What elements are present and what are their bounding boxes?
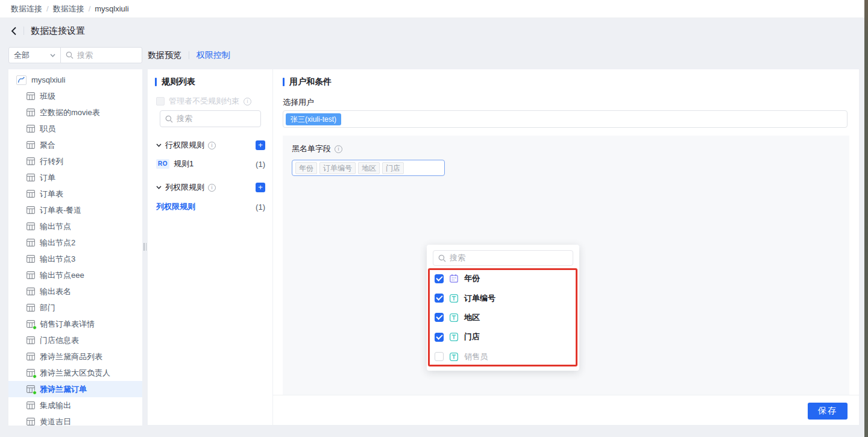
info-icon[interactable]: i [244, 98, 251, 105]
blacklist-field-tag[interactable]: 门店 [382, 162, 404, 174]
sidebar-table-item[interactable]: 空数据的movie表 [8, 104, 142, 121]
sidebar-table-label: 订单表 [40, 189, 63, 200]
field-option[interactable]: 订单编号 [427, 288, 579, 307]
field-option[interactable]: 门店 [427, 327, 579, 347]
page-header: 数据连接设置 [11, 25, 85, 37]
field-option[interactable]: 销售员 [427, 347, 579, 366]
sidebar-table-item[interactable]: 黄道吉日 [8, 413, 142, 426]
rule-count: (1) [256, 160, 265, 169]
rule-label: 规则1 [174, 159, 193, 169]
calendar-field-icon [449, 274, 459, 283]
field-option-label: 地区 [464, 312, 480, 323]
selected-user-tag[interactable]: 张三(xiuli-test) [286, 113, 341, 125]
tab-data-preview[interactable]: 数据预览 [148, 50, 181, 61]
breadcrumb-item[interactable]: 数据连接 [53, 4, 84, 14]
sidebar-table-item[interactable]: 输出节点2 [8, 234, 142, 251]
sidebar-table-item[interactable]: 部门 [8, 300, 142, 316]
blacklist-field-tag[interactable]: 订单编号 [319, 162, 356, 174]
table-list-sidebar: mysqlxiuli 班级 空数据的movie表 [8, 69, 142, 426]
sidebar-table-item[interactable]: 行转列 [8, 153, 142, 169]
blacklist-field-tag[interactable]: 年份 [295, 162, 317, 174]
field-checkbox[interactable] [435, 333, 444, 342]
field-checkbox[interactable] [435, 294, 444, 303]
sidebar-table-item[interactable]: 雅诗兰黛大区负责人 [8, 365, 142, 381]
field-checkbox[interactable] [435, 313, 444, 322]
table-icon [27, 353, 35, 360]
user-select-input[interactable]: 张三(xiuli-test) [283, 110, 848, 128]
back-button[interactable] [11, 27, 17, 36]
sidebar-table-label: 班级 [40, 91, 55, 102]
sidebar-table-item[interactable]: 订单表 [8, 186, 142, 202]
sidebar-item-connection[interactable]: mysqlxiuli [8, 72, 142, 88]
row-rule-item[interactable]: RO 规则1 (1) [156, 159, 265, 169]
table-icon [27, 141, 35, 149]
breadcrumb-separator: / [89, 4, 91, 13]
tab-permission-control[interactable]: 权限控制 [197, 50, 230, 61]
title-accent-bar [155, 78, 157, 86]
info-icon[interactable]: i [335, 145, 342, 153]
add-row-rule-button[interactable]: + [256, 140, 265, 150]
field-search-input[interactable]: 搜索 [433, 250, 573, 266]
table-icon [27, 190, 35, 198]
table-search-placeholder: 搜索 [77, 50, 93, 61]
table-search-input[interactable]: 搜索 [60, 47, 142, 63]
column-permission-section[interactable]: 列权限规则 i + [156, 182, 265, 193]
sidebar-table-item[interactable]: 输出节点 [8, 218, 142, 234]
column-divider [272, 69, 273, 425]
rules-list-title: 规则列表 [155, 77, 195, 87]
save-button[interactable]: 保存 [808, 403, 848, 420]
table-icon [27, 157, 35, 165]
blacklist-field-input[interactable]: 年份 订单编号 地区 门店 [292, 160, 445, 176]
text-field-icon [449, 313, 459, 322]
blacklist-field-tag[interactable]: 地区 [358, 162, 380, 174]
sidebar-resize-handle[interactable] [143, 243, 146, 251]
sidebar-table-label: 集成输出 [40, 400, 71, 411]
field-checkbox[interactable] [435, 274, 444, 283]
table-type-select[interactable]: 全部 [8, 47, 61, 63]
rules-list-title-text: 规则列表 [162, 77, 195, 87]
sidebar-table-item[interactable]: 订单 [8, 169, 142, 186]
sidebar-table-item[interactable]: 输出节点eee [8, 267, 142, 283]
row-permission-section[interactable]: 行权限规则 i + [156, 140, 265, 151]
sidebar-table-item[interactable]: 销售订单表详情 [8, 316, 142, 332]
sidebar-table-item[interactable]: 雅诗兰黛订单 [8, 381, 142, 397]
field-checkbox[interactable] [435, 352, 444, 361]
table-icon [27, 206, 35, 214]
breadcrumb-item[interactable]: 数据连接 [11, 4, 42, 14]
sidebar-table-item[interactable]: 输出节点3 [8, 251, 142, 267]
select-user-label: 选择用户 [283, 97, 314, 108]
breadcrumb: 数据连接 / 数据连接 / mysqlxiuli [0, 0, 864, 18]
text-field-icon [449, 332, 459, 342]
sidebar-table-item[interactable]: 雅诗兰黛商品列表 [8, 348, 142, 365]
field-select-dropdown: 搜索 年份 [427, 245, 579, 371]
blacklist-field-label-row: 黑名单字段 i [292, 143, 342, 154]
sidebar-table-item[interactable]: 集成输出 [8, 397, 142, 413]
sidebar-table-label: 空数据的movie表 [40, 107, 100, 118]
sidebar-table-label: 雅诗兰黛订单 [40, 384, 87, 395]
rules-search-input[interactable]: 搜索 [160, 110, 261, 127]
table-icon [27, 271, 35, 279]
footer-divider [273, 395, 859, 395]
field-option-label: 门店 [464, 332, 480, 342]
column-rule-item-selected[interactable]: 列权限规则 (1) [156, 201, 265, 212]
sidebar-table-label: 订单表-餐道 [40, 205, 81, 216]
field-option[interactable]: 年份 [427, 269, 579, 288]
add-column-rule-button[interactable]: + [256, 183, 265, 192]
sidebar-table-item[interactable]: 聚合 [8, 137, 142, 153]
chevron-left-icon [11, 27, 17, 36]
window-edge-scrollbar[interactable] [864, 0, 868, 437]
sidebar-table-item[interactable]: 订单表-餐道 [8, 202, 142, 218]
permission-main-panel: 规则列表 管理者不受规则约束 i 搜索 行权限规则 i + RO 规则1 (1)… [148, 69, 859, 425]
page-title: 数据连接设置 [31, 25, 85, 37]
table-icon [27, 418, 35, 426]
sidebar-table-item[interactable]: 门店信息表 [8, 332, 142, 348]
blacklist-field-label: 黑名单字段 [292, 143, 331, 154]
field-option[interactable]: 地区 [427, 308, 579, 327]
admin-exempt-checkbox[interactable] [156, 97, 165, 105]
sidebar-table-item[interactable]: 班级 [8, 88, 142, 104]
info-icon[interactable]: i [208, 142, 216, 149]
info-icon[interactable]: i [208, 184, 216, 192]
sidebar-table-label: 行转列 [40, 156, 63, 167]
sidebar-table-item[interactable]: 职员 [8, 121, 142, 137]
sidebar-table-item[interactable]: 输出表名 [8, 283, 142, 300]
